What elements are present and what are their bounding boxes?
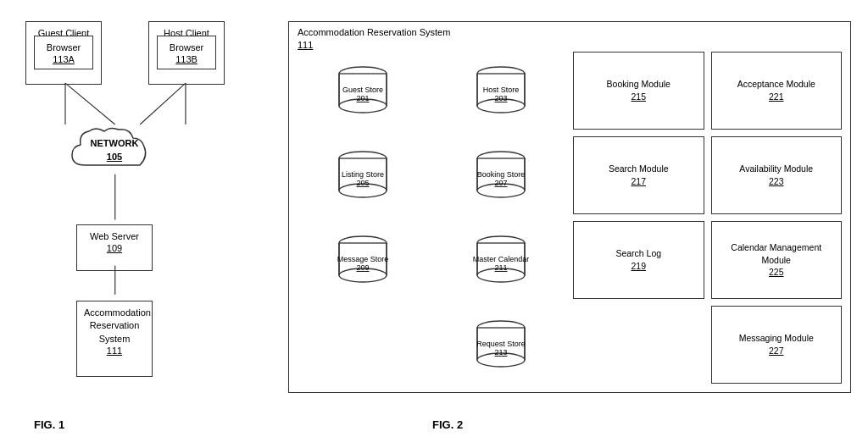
svg-text:Master Calendar: Master Calendar [472, 255, 529, 263]
message-store-svg: Message Store 209 [329, 233, 397, 288]
web-server-id: 109 [84, 243, 145, 253]
ars-outer-box: Accommodation Reservation System 111 Gue… [288, 21, 851, 393]
svg-line-1 [65, 83, 115, 124]
availability-module-id: 223 [739, 175, 813, 188]
search-module-id: 217 [609, 175, 669, 188]
svg-text:205: 205 [357, 179, 370, 187]
browser-113b-id: 113B [164, 54, 209, 64]
availability-module-box: Availability Module 223 [711, 136, 843, 214]
booking-module-id: 215 [607, 91, 670, 103]
ars-fig2-title-text: Accommodation Reservation System [298, 27, 450, 37]
search-module-label: Search Module [609, 163, 669, 174]
ars-fig1-box: AccommodationReservationSystem 111 [76, 301, 153, 377]
fig1: Guest Client 101 Browser 113A Host Clien… [8, 8, 280, 440]
search-log-id: 219 [615, 260, 661, 273]
acceptance-module-id: 221 [737, 91, 815, 103]
calendar-mgmt-module-label: Calendar Management Module [731, 242, 821, 265]
acceptance-module-text: Acceptance Module 221 [737, 78, 815, 102]
calendar-mgmt-module-box: Calendar Management Module 225 [711, 221, 843, 299]
master-calendar-cylinder: Master Calendar 211 [436, 221, 567, 299]
search-module-text: Search Module 217 [609, 163, 669, 187]
browser-113b-box: Browser 113B [157, 36, 216, 69]
search-log-box: Search Log 219 [573, 221, 704, 299]
svg-text:209: 209 [357, 263, 370, 272]
booking-module-box: Booking Module 215 [573, 52, 704, 130]
request-store-svg: Request Store 213 [467, 318, 535, 373]
svg-text:Booking Store: Booking Store [476, 170, 525, 179]
booking-module-text: Booking Module 215 [607, 78, 670, 102]
network-cloud: NETWORK 105 [64, 123, 165, 178]
svg-text:201: 201 [357, 94, 370, 102]
request-store-cylinder: Request Store 213 [436, 306, 567, 384]
guest-store-cylinder: Guest Store 201 [298, 52, 429, 130]
listing-store-cylinder: Listing Store 205 [298, 136, 429, 214]
svg-text:Request Store: Request Store [476, 340, 526, 348]
booking-store-svg: Booking Store 207 [467, 148, 535, 203]
browser-113a-label: Browser [42, 41, 86, 54]
fig1-label: FIG. 1 [34, 418, 64, 431]
svg-text:Listing Store: Listing Store [342, 170, 384, 179]
ars-fig1-id: 111 [84, 346, 145, 356]
browser-113a-id: 113A [42, 54, 86, 64]
network-id: 105 [107, 152, 122, 162]
svg-text:203: 203 [494, 94, 507, 102]
messaging-module-box: Messaging Module 227 [711, 306, 843, 384]
search-log-text: Search Log 219 [615, 247, 661, 272]
diagram-container: Guest Client 101 Browser 113A Host Clien… [0, 0, 868, 448]
browser-113a-box: Browser 113A [34, 36, 93, 69]
messaging-module-id: 227 [739, 345, 814, 357]
host-store-cylinder: Host Store 203 [436, 52, 567, 130]
availability-module-label: Availability Module [739, 163, 813, 174]
network-text: NETWORK 105 [91, 137, 139, 163]
search-module-box: Search Module 217 [573, 136, 704, 214]
calendar-mgmt-module-text: Calendar Management Module 225 [716, 241, 837, 279]
svg-text:207: 207 [494, 179, 507, 187]
ars-fig2-title: Accommodation Reservation System 111 [298, 26, 450, 53]
master-calendar-svg: Master Calendar 211 [467, 233, 535, 288]
guest-store-svg: Guest Store 201 [329, 64, 397, 119]
host-store-svg: Host Store 203 [467, 64, 535, 119]
calendar-mgmt-module-id: 225 [716, 266, 837, 279]
svg-line-3 [140, 83, 186, 124]
fig2: Accommodation Reservation System 111 Gue… [280, 8, 860, 440]
acceptance-module-label: Acceptance Module [737, 79, 815, 89]
listing-store-svg: Listing Store 205 [329, 148, 397, 203]
svg-text:213: 213 [494, 348, 507, 357]
messaging-module-text: Messaging Module 227 [739, 332, 814, 357]
ars-fig1-label: AccommodationReservationSystem [84, 307, 145, 346]
browser-113b-label: Browser [164, 41, 209, 54]
web-server-box: Web Server 109 [76, 224, 153, 271]
search-log-label: Search Log [615, 248, 661, 258]
availability-module-text: Availability Module 223 [739, 163, 813, 187]
web-server-label: Web Server [84, 230, 145, 243]
svg-text:Host Store: Host Store [482, 86, 519, 94]
ars-fig2-id: 111 [298, 39, 450, 52]
booking-module-label: Booking Module [607, 79, 670, 89]
svg-text:211: 211 [494, 263, 507, 272]
network-title: NETWORK [91, 138, 139, 148]
fig2-label: FIG. 2 [432, 418, 463, 431]
ars-grid: Guest Store 201 Host Store 203 [298, 52, 842, 384]
message-store-cylinder: Message Store 209 [298, 221, 429, 299]
svg-text:Guest Store: Guest Store [342, 86, 383, 94]
svg-text:Message Store: Message Store [337, 255, 389, 263]
messaging-module-label: Messaging Module [739, 333, 814, 343]
booking-store-cylinder: Booking Store 207 [436, 136, 567, 214]
acceptance-module-box: Acceptance Module 221 [711, 52, 843, 130]
